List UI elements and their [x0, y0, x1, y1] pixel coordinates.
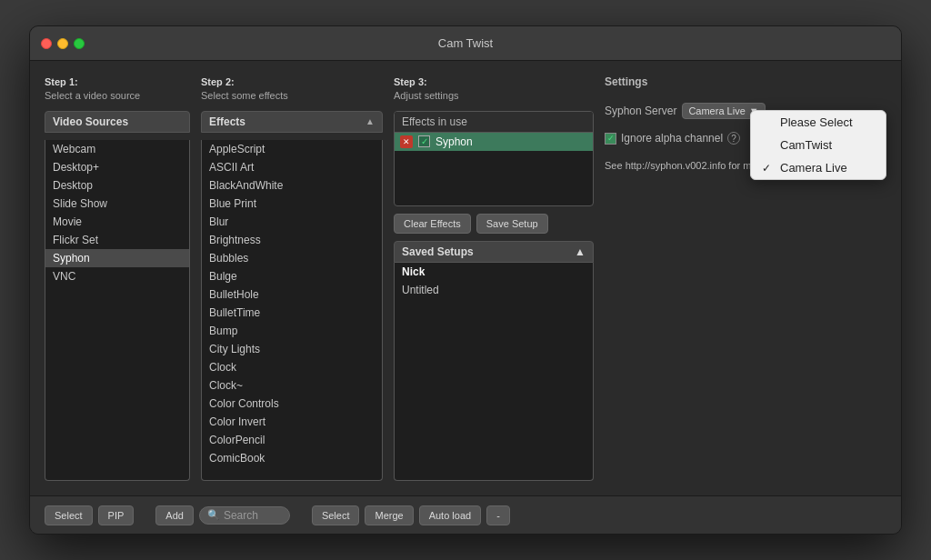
- settings-column: Settings Syphon Server Camera Live ▼ Ign…: [605, 75, 886, 481]
- saved-setups-panel: Saved Setups ▲ Nick Untitled: [394, 241, 594, 481]
- list-item[interactable]: City Lights: [202, 340, 382, 358]
- list-item[interactable]: BulletTime: [202, 304, 382, 322]
- list-item[interactable]: Clock~: [202, 376, 382, 395]
- setup-item-nick[interactable]: Nick: [395, 263, 593, 281]
- list-item[interactable]: Clock: [202, 358, 382, 376]
- step2-label: Step 2: Select some effects: [201, 75, 383, 104]
- list-item[interactable]: Color Controls: [202, 395, 382, 413]
- dropdown-item-please-select[interactable]: Please Select: [751, 111, 886, 134]
- minus-button[interactable]: -: [486, 505, 510, 525]
- effects-in-use-header: Effects in use: [395, 112, 593, 133]
- merge-button[interactable]: Merge: [365, 505, 413, 525]
- effects-in-use-panel: Effects in use ✕ Syphon: [394, 111, 594, 206]
- clear-effects-button[interactable]: Clear Effects: [394, 214, 471, 234]
- step2-footer: Add 🔍 Search: [155, 505, 290, 525]
- dropdown-value: Camera Live: [688, 105, 745, 116]
- list-item[interactable]: Desktop+: [45, 158, 189, 176]
- dropdown-item-camera-live[interactable]: ✓ Camera Live: [751, 156, 886, 179]
- list-item[interactable]: Desktop: [45, 176, 189, 195]
- effects-search-box[interactable]: 🔍 Search: [199, 506, 290, 525]
- add-effect-button[interactable]: Add: [155, 505, 194, 525]
- video-sources-header: Video Sources: [45, 111, 190, 133]
- effect-checkbox[interactable]: [418, 135, 430, 147]
- effects-list[interactable]: AppleScript ASCII Art BlackAndWhite Blue…: [201, 140, 383, 481]
- saved-setups-list[interactable]: Nick Untitled: [394, 263, 594, 481]
- list-item[interactable]: ColorPencil: [202, 431, 382, 449]
- video-sources-list[interactable]: Webcam Desktop+ Desktop Slide Show Movie…: [45, 140, 190, 481]
- list-item[interactable]: Brightness: [202, 231, 382, 249]
- list-item[interactable]: Bulge: [202, 267, 382, 285]
- list-item[interactable]: Blue Print: [202, 195, 382, 213]
- list-item[interactable]: Flickr Set: [45, 231, 189, 249]
- maximize-button[interactable]: [74, 38, 85, 49]
- effects-header: Effects ▲: [201, 111, 383, 133]
- pip-button[interactable]: PIP: [98, 505, 135, 525]
- checkmark-selected-icon: ✓: [762, 162, 775, 175]
- autoload-button[interactable]: Auto load: [419, 505, 481, 525]
- effect-row-syphon[interactable]: ✕ Syphon: [395, 133, 593, 151]
- chevron-up-icon: ▲: [365, 116, 375, 126]
- step2-column: Step 2: Select some effects Effects ▲ Ap…: [201, 75, 383, 481]
- close-button[interactable]: [41, 38, 52, 49]
- list-item[interactable]: Movie: [45, 213, 189, 231]
- list-item[interactable]: Color Invert: [202, 413, 382, 431]
- dropdown-item-camtwist[interactable]: CamTwist: [751, 134, 886, 156]
- list-item[interactable]: Webcam: [45, 140, 189, 158]
- step1-label: Step 1: Select a video source: [45, 75, 190, 104]
- traffic-lights: [41, 38, 85, 49]
- saved-setups-header: Saved Setups ▲: [394, 241, 594, 263]
- list-item[interactable]: Slide Show: [45, 195, 189, 213]
- save-setup-button[interactable]: Save Setup: [476, 214, 548, 234]
- main-content: Step 1: Select a video source Video Sour…: [30, 61, 901, 495]
- step3-label: Step 3: Adjust settings: [394, 75, 594, 104]
- select-video-button[interactable]: Select: [45, 505, 93, 525]
- chevron-up-icon: ▲: [575, 245, 586, 258]
- help-icon[interactable]: ?: [727, 132, 740, 145]
- step3-footer: Select Merge Auto load -: [312, 505, 510, 525]
- effects-in-use-body: ✕ Syphon: [395, 133, 593, 205]
- list-item[interactable]: ASCII Art: [202, 158, 382, 176]
- settings-heading: Settings: [605, 75, 886, 88]
- step1-column: Step 1: Select a video source Video Sour…: [45, 75, 190, 481]
- list-item[interactable]: AppleScript: [202, 140, 382, 158]
- search-icon: 🔍: [207, 509, 220, 521]
- list-item[interactable]: BulletHole: [202, 285, 382, 304]
- ignore-alpha-checkbox[interactable]: [605, 133, 616, 145]
- app-window: Cam Twist Step 1: Select a video source …: [29, 25, 902, 535]
- list-item[interactable]: BlackAndWhite: [202, 176, 382, 195]
- effects-search-placeholder: Search: [224, 509, 258, 522]
- footer: Select PIP Add 🔍 Search Select Merge Aut…: [30, 495, 901, 534]
- step1-footer: Select PIP: [45, 505, 134, 525]
- list-item[interactable]: VNC: [45, 267, 189, 285]
- dropdown-menu: Please Select CamTwist ✓ Camera Live: [750, 110, 886, 180]
- list-item[interactable]: Blur: [202, 213, 382, 231]
- effects-buttons: Clear Effects Save Setup: [394, 214, 594, 234]
- titlebar: Cam Twist: [30, 26, 901, 61]
- list-item-syphon[interactable]: Syphon: [45, 249, 189, 267]
- effect-remove-icon[interactable]: ✕: [400, 135, 413, 148]
- select-setup-button[interactable]: Select: [312, 505, 360, 525]
- minimize-button[interactable]: [57, 38, 68, 49]
- step3-column: Step 3: Adjust settings Effects in use ✕…: [394, 75, 594, 481]
- list-item[interactable]: Bubbles: [202, 249, 382, 267]
- window-title: Cam Twist: [438, 36, 493, 50]
- list-item[interactable]: Bump: [202, 322, 382, 340]
- list-item[interactable]: ComicBook: [202, 449, 382, 467]
- setup-item-untitled[interactable]: Untitled: [395, 281, 593, 299]
- syphon-server-label: Syphon Server: [605, 105, 676, 117]
- ignore-alpha-label: Ignore alpha channel: [621, 132, 723, 145]
